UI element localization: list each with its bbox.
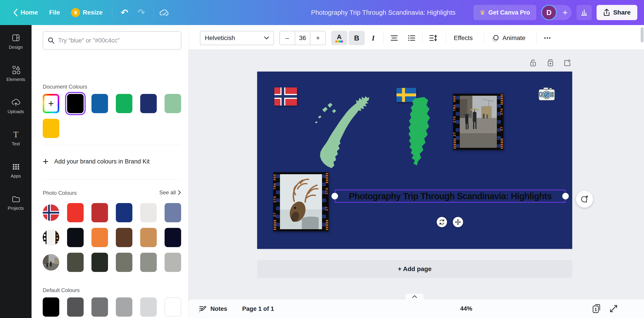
italic-button[interactable]: I <box>365 31 381 45</box>
colour-swatch[interactable] <box>92 298 108 317</box>
lock-button[interactable] <box>528 58 538 68</box>
resize-button[interactable]: ♛ Resize <box>67 5 107 20</box>
home-button[interactable]: Home <box>9 5 42 20</box>
list-button[interactable] <box>404 31 420 45</box>
colour-swatch[interactable] <box>116 298 132 317</box>
colour-search-input[interactable] <box>58 37 176 44</box>
norway-map-element[interactable] <box>305 95 370 169</box>
sidebar-item-projects[interactable]: Projects <box>0 186 32 218</box>
add-page-button[interactable]: + Add page <box>257 260 572 278</box>
street-film-photo-element[interactable]: TRA 400 27A 27 <box>453 94 504 150</box>
add-comment-button[interactable] <box>576 191 593 208</box>
colour-swatch[interactable] <box>92 253 108 272</box>
street-photo-thumb[interactable] <box>43 254 59 270</box>
plus-icon[interactable]: + <box>562 5 568 20</box>
chevron-right-icon <box>178 190 181 195</box>
move-handle[interactable] <box>453 217 463 227</box>
design-page[interactable]: TRA 400 27A 27 <box>257 72 572 249</box>
see-all-link[interactable]: See all <box>160 190 181 196</box>
sidebar-item-apps[interactable]: Apps <box>0 154 32 186</box>
selection-handle-left[interactable] <box>332 193 338 200</box>
rotate-handle[interactable] <box>437 217 447 227</box>
default-colours-heading: Default Colours <box>43 287 80 294</box>
camera-sticker-element[interactable] <box>538 86 556 101</box>
colour-search[interactable] <box>43 31 181 50</box>
avatar[interactable]: D <box>541 5 557 20</box>
colour-swatch[interactable] <box>92 203 108 222</box>
reindeer-film-photo-element[interactable]: TRA 400 27A 27 <box>273 172 329 231</box>
colour-swatch[interactable] <box>140 94 157 113</box>
add-page-icon-button[interactable] <box>562 58 572 68</box>
add-brand-colours-button[interactable]: + Add your brand colours in Brand Kit <box>43 153 181 170</box>
colour-swatch[interactable] <box>92 94 108 113</box>
colour-swatch[interactable] <box>92 228 108 247</box>
effects-button[interactable]: Effects <box>454 31 473 45</box>
fullscreen-button[interactable] <box>609 299 618 318</box>
sweden-map-element[interactable] <box>400 96 441 168</box>
font-size-increase-button[interactable]: + <box>310 31 325 45</box>
move-icon <box>455 219 461 225</box>
colour-swatch[interactable] <box>140 253 157 272</box>
scrollbar-thumb[interactable] <box>641 27 644 42</box>
norway-flag-element[interactable] <box>274 88 297 106</box>
selection-handle-right[interactable] <box>562 193 569 200</box>
font-size-decrease-button[interactable]: – <box>280 31 295 45</box>
font-family-selector[interactable]: Helveticish <box>200 31 274 45</box>
colour-swatch[interactable] <box>116 203 132 222</box>
colour-swatch[interactable] <box>67 253 84 272</box>
alignment-button[interactable] <box>386 31 402 45</box>
film-strip-photo-thumb[interactable] <box>43 229 59 246</box>
colour-swatch[interactable] <box>164 298 181 317</box>
colour-swatch[interactable] <box>140 228 157 247</box>
text-colour-button[interactable]: A <box>331 31 347 45</box>
sidebar-item-text[interactable]: T Text <box>0 122 32 154</box>
document-title[interactable]: Photography Trip Through Scandinavia: Hi… <box>311 0 456 25</box>
colour-swatch[interactable] <box>164 253 181 272</box>
norway-flag-photo-thumb[interactable] <box>43 204 59 221</box>
colour-swatch[interactable] <box>67 298 84 317</box>
duplicate-page-button[interactable] <box>545 58 556 68</box>
zoom-value[interactable]: 44% <box>460 299 472 318</box>
film-frame-label: 27A <box>500 108 504 115</box>
colour-swatch[interactable] <box>116 253 132 272</box>
sidebar-item-uploads[interactable]: Uploads <box>0 90 32 122</box>
undo-button[interactable]: ↶ <box>118 8 132 18</box>
colour-swatch[interactable] <box>164 228 181 247</box>
colour-swatch[interactable] <box>67 203 84 222</box>
add-new-colour-button[interactable]: + <box>43 94 59 113</box>
colour-swatch[interactable] <box>116 94 132 113</box>
redo-button[interactable]: ↷ <box>134 8 148 18</box>
apps-icon <box>11 162 21 172</box>
notes-button[interactable]: Notes <box>199 300 227 318</box>
colour-swatch[interactable] <box>140 203 157 222</box>
insights-button[interactable] <box>576 5 592 20</box>
animate-button[interactable]: Animate <box>492 31 526 45</box>
colour-swatch[interactable] <box>43 119 59 138</box>
crown-icon: ♛ <box>71 8 80 17</box>
bold-button[interactable]: B <box>348 31 365 45</box>
get-canva-pro-button[interactable]: ♛ Get Canva Pro <box>474 5 536 20</box>
colour-swatch[interactable] <box>43 298 59 317</box>
share-button[interactable]: Share <box>596 5 637 20</box>
more-options-button[interactable]: ••• <box>544 31 551 45</box>
font-size-stepper: – 36 + <box>279 31 326 45</box>
grid-view-button[interactable]: 1 <box>591 299 602 318</box>
colour-swatch[interactable] <box>164 94 181 113</box>
page-title-text[interactable]: Photography Trip Through Scandinavia: Hi… <box>348 191 552 201</box>
colour-swatch[interactable] <box>67 228 84 247</box>
file-button[interactable]: File <box>45 6 64 19</box>
film-frame-label: 27 <box>453 132 456 136</box>
sidebar-item-elements[interactable]: Elements <box>0 57 32 90</box>
selected-text-element[interactable]: Photography Trip Through Scandinavia: Hi… <box>335 190 566 202</box>
page-indicator[interactable]: Page 1 of 1 <box>242 300 274 318</box>
film-barcode <box>326 220 328 230</box>
colour-swatch[interactable] <box>116 228 132 247</box>
colour-swatch[interactable] <box>67 94 84 113</box>
font-size-value[interactable]: 36 <box>295 31 310 45</box>
canva-editor: Home File ♛ Resize ↶ ↷ Photography Trip … <box>0 0 644 318</box>
sidebar-item-design[interactable]: Design <box>0 25 32 57</box>
colour-swatch[interactable] <box>140 298 157 317</box>
spacing-button[interactable] <box>425 31 441 45</box>
collapse-bar-button[interactable] <box>405 294 424 300</box>
colour-swatch[interactable] <box>164 203 181 222</box>
